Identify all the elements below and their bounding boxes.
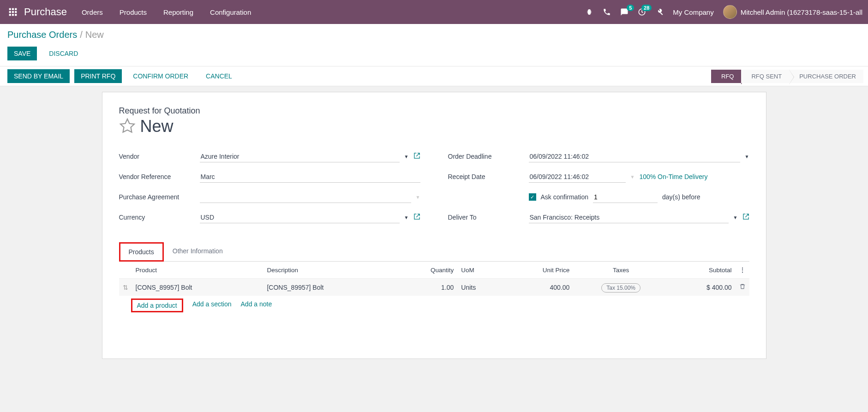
order-lines-table: Product Description Quantity UoM Unit Pr…: [119, 261, 749, 317]
dropdown-caret-icon[interactable]: ▼: [733, 215, 738, 220]
user-name: Mitchell Admin (16273178-saas-15-1-all: [741, 8, 862, 16]
form-sheet: Request for Quotation New Vendor ▼: [102, 92, 766, 359]
external-link-icon[interactable]: [742, 213, 749, 221]
col-taxes[interactable]: Taxes: [573, 262, 669, 279]
vendor-field[interactable]: [200, 151, 400, 162]
cell-unit-price[interactable]: 400.00: [503, 279, 574, 296]
bug-icon[interactable]: [585, 8, 593, 16]
col-quantity[interactable]: Quantity: [395, 262, 457, 279]
agreement-field[interactable]: [200, 191, 411, 203]
dropdown-caret-icon[interactable]: ▼: [416, 195, 420, 200]
external-link-icon[interactable]: [413, 213, 420, 221]
dropdown-caret-icon[interactable]: ▼: [404, 154, 409, 159]
deliver-to-label: Deliver To: [448, 214, 529, 221]
cell-uom[interactable]: Units: [457, 279, 503, 296]
phone-icon[interactable]: [603, 8, 611, 16]
systray: 5 28 My Company Mitchell Admin (16273178…: [585, 5, 862, 19]
kebab-icon[interactable]: ⋮: [736, 262, 749, 279]
svg-rect-5: [15, 11, 17, 13]
cell-description[interactable]: [CONS_89957] Bolt: [263, 279, 395, 296]
breadcrumb: Purchase Orders / New: [7, 30, 861, 40]
days-before-label: day(s) before: [662, 193, 700, 201]
add-product-link[interactable]: Add a product: [137, 302, 177, 309]
vendor-ref-label: Vendor Reference: [119, 173, 200, 180]
top-navbar: Purchase Orders Products Reporting Confi…: [0, 0, 868, 24]
tab-products[interactable]: Products: [119, 242, 164, 262]
deadline-field[interactable]: [529, 151, 740, 162]
control-panel: Purchase Orders / New SAVE DISCARD: [0, 24, 868, 66]
activities-icon[interactable]: 28: [638, 8, 646, 16]
dropdown-caret-icon[interactable]: ▼: [404, 215, 409, 220]
add-section-link[interactable]: Add a section: [192, 300, 232, 312]
vendor-ref-field[interactable]: [200, 171, 420, 183]
add-note-link[interactable]: Add a note: [241, 300, 272, 312]
menu-configuration[interactable]: Configuration: [210, 8, 251, 16]
col-unit-price[interactable]: Unit Price: [503, 262, 574, 279]
document-title: New: [140, 117, 174, 136]
notebook-tabs: Products Other Information: [119, 242, 749, 262]
deliver-to-field[interactable]: [529, 212, 729, 223]
confirm-order-button[interactable]: CONFIRM ORDER: [126, 69, 195, 83]
favorite-star-icon[interactable]: [119, 118, 136, 136]
trash-icon[interactable]: [736, 279, 749, 296]
currency-label: Currency: [119, 214, 200, 221]
agreement-label: Purchase Agreement: [119, 193, 200, 201]
deadline-label: Order Deadline: [448, 153, 529, 160]
external-link-icon[interactable]: [413, 152, 420, 161]
messaging-badge: 5: [627, 5, 634, 11]
status-rfq-sent[interactable]: RFQ SENT: [741, 70, 789, 83]
status-steps: RFQ RFQ SENT PURCHASE ORDER: [711, 70, 863, 83]
module-name[interactable]: Purchase: [24, 6, 67, 18]
menu-orders[interactable]: Orders: [82, 8, 103, 16]
dropdown-caret-icon[interactable]: ▼: [630, 174, 635, 179]
svg-rect-4: [12, 11, 14, 13]
vendor-label: Vendor: [119, 153, 200, 160]
ask-confirmation-checkbox[interactable]: ✓: [529, 193, 536, 201]
tax-badge[interactable]: Tax 15.00%: [601, 283, 641, 293]
col-uom[interactable]: UoM: [457, 262, 503, 279]
cell-quantity[interactable]: 1.00: [395, 279, 457, 296]
cell-product[interactable]: [CONS_89957] Bolt: [132, 279, 263, 296]
svg-rect-7: [12, 14, 14, 16]
col-subtotal[interactable]: Subtotal: [669, 262, 736, 279]
drag-handle-icon[interactable]: ⇅: [119, 279, 132, 296]
company-switcher[interactable]: My Company: [673, 8, 713, 16]
svg-rect-2: [15, 8, 17, 10]
col-product[interactable]: Product: [132, 262, 263, 279]
statusbar: SEND BY EMAIL PRINT RFQ CONFIRM ORDER CA…: [0, 66, 868, 86]
menu-products[interactable]: Products: [120, 8, 147, 16]
user-menu[interactable]: Mitchell Admin (16273178-saas-15-1-all: [723, 5, 862, 19]
breadcrumb-root[interactable]: Purchase Orders: [7, 30, 77, 40]
currency-field[interactable]: [200, 212, 400, 223]
tab-other-info[interactable]: Other Information: [164, 242, 232, 262]
print-rfq-button[interactable]: PRINT RFQ: [74, 69, 122, 83]
status-rfq[interactable]: RFQ: [711, 70, 741, 83]
discard-button[interactable]: DISCARD: [42, 47, 84, 60]
breadcrumb-sep: /: [80, 30, 83, 40]
svg-rect-0: [9, 8, 11, 10]
ask-confirmation-label: Ask confirmation: [541, 193, 588, 201]
main-menu: Orders Products Reporting Configuration: [82, 8, 585, 16]
table-row[interactable]: ⇅ [CONS_89957] Bolt [CONS_89957] Bolt 1.…: [119, 279, 749, 296]
ask-days-field[interactable]: [593, 191, 658, 203]
activities-badge: 28: [641, 5, 652, 11]
messaging-icon[interactable]: 5: [620, 8, 629, 16]
breadcrumb-current: New: [85, 30, 104, 40]
dropdown-caret-icon[interactable]: ▼: [745, 154, 749, 159]
svg-rect-6: [9, 14, 11, 16]
delivery-stat-link[interactable]: 100% On-Time Delivery: [639, 173, 707, 180]
save-button[interactable]: SAVE: [7, 47, 37, 60]
cancel-button[interactable]: CANCEL: [199, 69, 239, 83]
cell-subtotal: $ 400.00: [669, 279, 736, 296]
menu-reporting[interactable]: Reporting: [163, 8, 193, 16]
tools-icon[interactable]: [655, 8, 664, 16]
receipt-label: Receipt Date: [448, 173, 529, 180]
svg-marker-10: [120, 119, 134, 132]
status-purchase-order[interactable]: PURCHASE ORDER: [789, 70, 863, 83]
svg-rect-1: [12, 8, 14, 10]
avatar: [723, 5, 737, 19]
col-description[interactable]: Description: [263, 262, 395, 279]
apps-icon[interactable]: [6, 7, 20, 17]
receipt-field[interactable]: [529, 171, 626, 183]
send-email-button[interactable]: SEND BY EMAIL: [7, 69, 70, 83]
